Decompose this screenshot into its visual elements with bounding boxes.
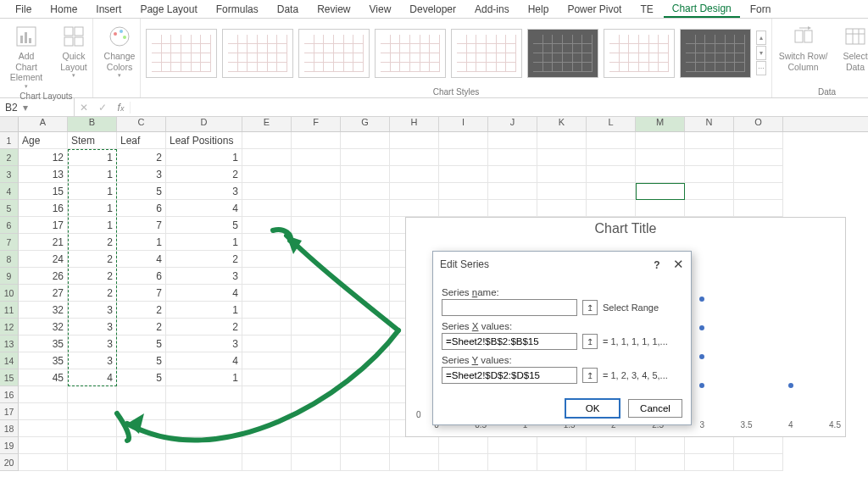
cell-C4[interactable]: 5: [117, 183, 166, 200]
cell-N20[interactable]: [685, 454, 734, 471]
cell-B8[interactable]: 2: [68, 251, 117, 268]
cell-B17[interactable]: [68, 403, 117, 420]
cell-H4[interactable]: [390, 183, 439, 200]
cell-D5[interactable]: 4: [166, 200, 242, 217]
cell-E1[interactable]: [242, 132, 292, 149]
cell-O19[interactable]: [734, 437, 783, 454]
cell-G11[interactable]: [341, 302, 390, 319]
cell-F18[interactable]: [292, 420, 341, 437]
row-header-11[interactable]: 11: [0, 302, 19, 319]
add-chart-element-button[interactable]: Add Chart Element▾: [5, 20, 47, 90]
cell-K3[interactable]: [537, 166, 587, 183]
cell-M2[interactable]: [636, 149, 685, 166]
name-box-dropdown-icon[interactable]: ▾: [18, 102, 33, 114]
cell-C11[interactable]: 2: [117, 302, 166, 319]
menu-tab-developer[interactable]: Developer: [401, 2, 465, 17]
cell-H2[interactable]: [390, 149, 439, 166]
cell-G2[interactable]: [341, 149, 390, 166]
row-header-3[interactable]: 3: [0, 166, 19, 183]
cell-C14[interactable]: 5: [117, 352, 166, 369]
cell-F17[interactable]: [292, 403, 341, 420]
cell-C1[interactable]: Leaf: [117, 132, 166, 149]
cell-L1[interactable]: [587, 132, 636, 149]
accept-formula-icon[interactable]: ✓: [93, 102, 112, 114]
cell-I2[interactable]: [439, 149, 488, 166]
series-name-collapse-button[interactable]: ↥: [582, 300, 598, 315]
select-data-button[interactable]: Select Data: [834, 20, 868, 72]
cell-M3[interactable]: [636, 166, 685, 183]
menu-tab-help[interactable]: Help: [520, 2, 558, 17]
cell-D4[interactable]: 3: [166, 183, 242, 200]
cell-G10[interactable]: [341, 285, 390, 302]
cell-B3[interactable]: 1: [68, 166, 117, 183]
cell-N19[interactable]: [685, 437, 734, 454]
cell-A6[interactable]: 17: [19, 217, 68, 234]
col-header-M[interactable]: M: [636, 117, 685, 131]
cell-I4[interactable]: [439, 183, 488, 200]
cell-C16[interactable]: [117, 386, 166, 403]
cell-G6[interactable]: [341, 217, 390, 234]
cell-A18[interactable]: [19, 420, 68, 437]
cell-I5[interactable]: [439, 200, 488, 217]
close-icon[interactable]: ✕: [673, 257, 684, 271]
cell-L2[interactable]: [587, 149, 636, 166]
cell-M4[interactable]: [636, 183, 685, 200]
cell-F16[interactable]: [292, 386, 341, 403]
cell-G18[interactable]: [341, 420, 390, 437]
row-header-6[interactable]: 6: [0, 217, 19, 234]
row-header-15[interactable]: 15: [0, 369, 19, 386]
cell-E3[interactable]: [242, 166, 292, 183]
gallery-more-button[interactable]: ⋯: [756, 61, 766, 75]
row-header-2[interactable]: 2: [0, 149, 19, 166]
col-header-F[interactable]: F: [292, 117, 341, 131]
cell-E12[interactable]: [242, 319, 292, 336]
cell-D17[interactable]: [166, 403, 242, 420]
series-x-input[interactable]: [442, 333, 577, 350]
cell-C10[interactable]: 7: [117, 285, 166, 302]
cell-C6[interactable]: 7: [117, 217, 166, 234]
row-header-20[interactable]: 20: [0, 454, 19, 471]
cell-L19[interactable]: [587, 437, 636, 454]
cell-E5[interactable]: [242, 200, 292, 217]
cell-B2[interactable]: 1: [68, 149, 117, 166]
cell-A5[interactable]: 16: [19, 200, 68, 217]
cell-B16[interactable]: [68, 386, 117, 403]
cell-B10[interactable]: 2: [68, 285, 117, 302]
cell-E17[interactable]: [242, 403, 292, 420]
chart-style-4[interactable]: [375, 29, 446, 78]
cell-O4[interactable]: [734, 183, 783, 200]
cell-L3[interactable]: [587, 166, 636, 183]
cell-G12[interactable]: [341, 319, 390, 336]
menu-tab-data[interactable]: Data: [269, 2, 307, 17]
cell-D18[interactable]: [166, 420, 242, 437]
menu-tab-power-pivot[interactable]: Power Pivot: [559, 2, 630, 17]
row-header-17[interactable]: 17: [0, 403, 19, 420]
cell-D7[interactable]: 1: [166, 234, 242, 251]
row-header-1[interactable]: 1: [0, 132, 19, 149]
cell-E7[interactable]: [242, 234, 292, 251]
cell-E8[interactable]: [242, 251, 292, 268]
chart-styles-gallery[interactable]: ▴ ▾ ⋯: [146, 20, 766, 86]
cell-B7[interactable]: 2: [68, 234, 117, 251]
cell-J4[interactable]: [488, 183, 537, 200]
cell-C20[interactable]: [117, 454, 166, 471]
cell-A11[interactable]: 32: [19, 302, 68, 319]
cell-O5[interactable]: [734, 200, 783, 217]
cell-F13[interactable]: [292, 336, 341, 352]
cell-A12[interactable]: 32: [19, 319, 68, 336]
cell-C18[interactable]: [117, 420, 166, 437]
cell-E19[interactable]: [242, 437, 292, 454]
cell-K19[interactable]: [537, 437, 587, 454]
gallery-down-button[interactable]: ▾: [756, 46, 766, 60]
cancel-formula-icon[interactable]: ✕: [75, 102, 93, 114]
col-header-N[interactable]: N: [685, 117, 734, 131]
chart-style-1[interactable]: [146, 29, 217, 78]
cell-A17[interactable]: [19, 403, 68, 420]
cell-D19[interactable]: [166, 437, 242, 454]
cell-B12[interactable]: 3: [68, 319, 117, 336]
cell-A15[interactable]: 45: [19, 369, 68, 386]
cell-D8[interactable]: 2: [166, 251, 242, 268]
menu-tab-forn[interactable]: Forn: [742, 2, 780, 17]
cell-A19[interactable]: [19, 437, 68, 454]
row-header-8[interactable]: 8: [0, 251, 19, 268]
